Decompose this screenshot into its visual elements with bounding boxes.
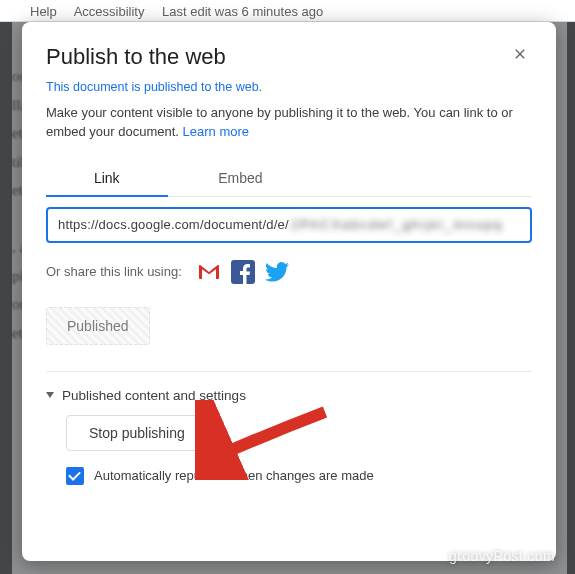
share-row: Or share this link using: [46, 259, 532, 285]
tab-link[interactable]: Link [46, 160, 168, 196]
share-label: Or share this link using: [46, 264, 182, 279]
description-text: Make your content visible to anyone by p… [46, 104, 532, 142]
facebook-icon[interactable] [230, 259, 256, 285]
url-redacted: 2PACXabcdef_ghijkl_mnopq [291, 217, 504, 232]
published-status-text: This document is published to the web. [46, 80, 532, 94]
twitter-icon[interactable] [264, 259, 290, 285]
watermark: groovyPost.com [449, 548, 555, 564]
public-url-field[interactable]: https://docs.google.com/document/d/e/2PA… [46, 207, 532, 243]
published-status-button[interactable]: Published [46, 307, 150, 345]
close-button[interactable] [508, 42, 532, 66]
background-menubar: Help Accessibility Last edit was 6 minut… [0, 0, 575, 22]
gmail-icon[interactable] [196, 259, 222, 285]
publish-to-web-dialog: Publish to the web This document is publ… [22, 22, 556, 561]
auto-republish-checkbox[interactable] [66, 467, 84, 485]
menu-help: Help [30, 4, 57, 19]
learn-more-link[interactable]: Learn more [183, 124, 249, 139]
expander-label: Published content and settings [62, 388, 246, 403]
dialog-title: Publish to the web [46, 44, 226, 70]
published-content-settings-expander[interactable]: Published content and settings [46, 388, 532, 403]
menu-accessibility: Accessibility [74, 4, 145, 19]
stop-publishing-button[interactable]: Stop publishing [66, 415, 208, 451]
tab-embed[interactable]: Embed [168, 160, 314, 196]
tab-bar: Link Embed [46, 160, 532, 197]
chevron-down-icon [46, 392, 54, 398]
auto-republish-label: Automatically republish when changes are… [94, 468, 374, 483]
divider [46, 371, 532, 372]
last-edit-text: Last edit was 6 minutes ago [162, 4, 323, 19]
